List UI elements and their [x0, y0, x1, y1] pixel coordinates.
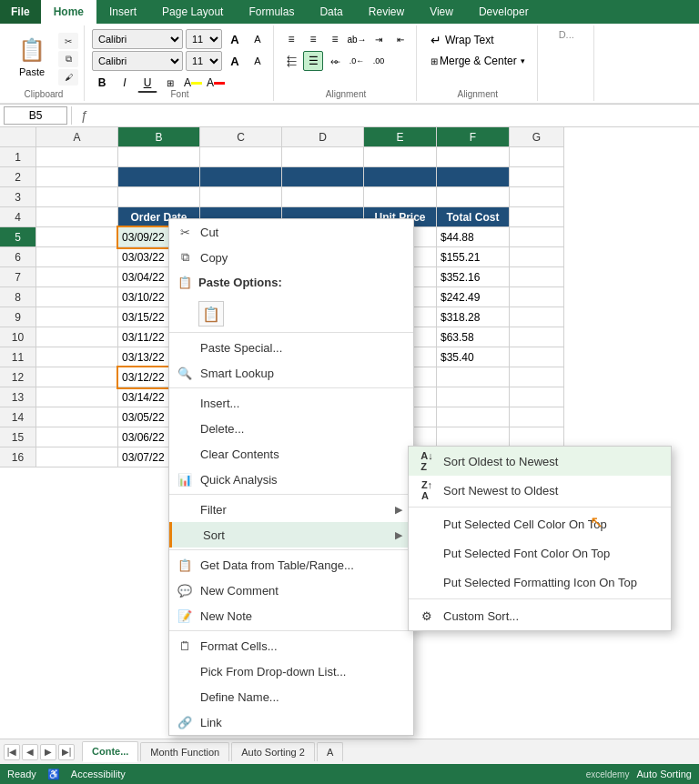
row-header-12[interactable]: 12	[0, 367, 36, 387]
cell-d2[interactable]	[282, 167, 364, 187]
col-header-d[interactable]: D	[282, 127, 364, 147]
cell-g8[interactable]	[510, 287, 564, 307]
font-name-select2[interactable]: Calibri	[92, 51, 183, 71]
font-name-select[interactable]: Calibri	[92, 29, 183, 49]
cell-f14[interactable]	[437, 407, 510, 427]
cell-g9[interactable]	[510, 307, 564, 327]
cell-f7[interactable]: $352.16	[437, 267, 510, 287]
cell-b3[interactable]	[118, 187, 200, 207]
context-cut[interactable]: ✂ Cut	[169, 219, 413, 245]
cell-a8[interactable]	[36, 287, 118, 307]
tab-view[interactable]: View	[417, 0, 466, 24]
col-header-g[interactable]: G	[510, 127, 564, 147]
tab-prev-btn[interactable]: ◀	[22, 744, 38, 760]
cell-g15[interactable]	[510, 427, 564, 447]
cell-a13[interactable]	[36, 387, 118, 407]
cell-d1[interactable]	[282, 147, 364, 167]
cell-f6[interactable]: $155.21	[437, 247, 510, 267]
increase-font-btn[interactable]: A	[225, 29, 245, 49]
cell-a10[interactable]	[36, 327, 118, 347]
row-header-16[interactable]: 16	[0, 447, 36, 467]
cell-g4[interactable]	[510, 207, 564, 227]
cell-f5[interactable]: $44.88	[437, 227, 510, 247]
decrease-font-btn2[interactable]: A	[248, 51, 268, 71]
context-new-comment[interactable]: 💬 New Comment	[169, 578, 413, 603]
font-size-select[interactable]: 11	[186, 29, 222, 49]
cell-a3[interactable]	[36, 187, 118, 207]
cell-b1[interactable]	[118, 147, 200, 167]
copy-button[interactable]: ⧉	[58, 51, 78, 67]
tab-page-layout[interactable]: Page Layout	[149, 0, 236, 24]
context-insert[interactable]: Insert...	[169, 390, 413, 416]
tab-next-btn[interactable]: ▶	[40, 744, 56, 760]
cell-a16[interactable]	[36, 447, 118, 467]
row-header-8[interactable]: 8	[0, 287, 36, 307]
tab-last-btn[interactable]: ▶|	[58, 744, 75, 760]
context-clear-contents[interactable]: Clear Contents	[169, 441, 413, 467]
text-direction-btn[interactable]: ab→	[347, 29, 367, 49]
cut-button[interactable]: ✂	[58, 33, 78, 49]
cell-a6[interactable]	[36, 247, 118, 267]
cell-g5[interactable]	[510, 227, 564, 247]
sort-formatting-icon[interactable]: Put Selected Formatting Icon On Top	[409, 568, 671, 597]
row-header-4[interactable]: 4	[0, 207, 36, 227]
col-header-f[interactable]: F	[437, 127, 510, 147]
cell-g6[interactable]	[510, 247, 564, 267]
sort-custom[interactable]: ⚙ Custom Sort...	[409, 601, 671, 630]
tab-file[interactable]: File	[0, 0, 41, 24]
context-quick-analysis[interactable]: 📊 Quick Analysis	[169, 467, 413, 492]
tab-formulas[interactable]: Formulas	[236, 0, 307, 24]
cell-f11[interactable]: $35.40	[437, 347, 510, 367]
cell-g1[interactable]	[510, 147, 564, 167]
col-header-c[interactable]: C	[200, 127, 282, 147]
cell-e2[interactable]	[364, 167, 437, 187]
row-header-5[interactable]: 5	[0, 227, 36, 247]
row-header-3[interactable]: 3	[0, 187, 36, 207]
formula-input[interactable]	[97, 107, 695, 124]
cell-g10[interactable]	[510, 327, 564, 347]
cell-b2[interactable]	[118, 167, 200, 187]
cell-f1[interactable]	[437, 147, 510, 167]
paste-option-btn-1[interactable]: 📋	[198, 301, 224, 327]
context-get-data[interactable]: 📋 Get Data from Table/Range...	[169, 552, 413, 578]
sheet-tab-month[interactable]: Month Function	[140, 742, 229, 761]
font-size-select2[interactable]: 11	[186, 51, 222, 71]
col-header-e[interactable]: E	[364, 127, 437, 147]
sheet-tab-conte[interactable]: Conte...	[82, 741, 138, 762]
sheet-tab-a[interactable]: A	[317, 742, 343, 761]
cell-a15[interactable]	[36, 427, 118, 447]
cell-f10[interactable]: $63.58	[437, 327, 510, 347]
cell-f3[interactable]	[437, 187, 510, 207]
increase-font-btn2[interactable]: A	[225, 51, 245, 71]
inc-decimal-btn[interactable]: .00	[369, 51, 389, 71]
cell-f9[interactable]: $318.28	[437, 307, 510, 327]
cell-a11[interactable]	[36, 347, 118, 367]
cell-f12[interactable]	[437, 367, 510, 387]
cell-a7[interactable]	[36, 267, 118, 287]
decrease-font-btn[interactable]: A	[248, 29, 268, 49]
context-link[interactable]: 🔗 Link	[169, 709, 413, 735]
col-header-b[interactable]: B	[118, 127, 200, 147]
context-filter[interactable]: Filter ▶	[169, 497, 413, 522]
cell-g3[interactable]	[510, 187, 564, 207]
col-header-a[interactable]: A	[36, 127, 118, 147]
paste-button[interactable]: 📋 Paste	[9, 29, 55, 82]
sort-cell-color[interactable]: Put Selected Cell Color On Top	[409, 509, 671, 538]
row-header-2[interactable]: 2	[0, 167, 36, 187]
cell-c1[interactable]	[200, 147, 282, 167]
align-middle-btn[interactable]: ≡	[303, 29, 323, 49]
wrap-text-button[interactable]: ↵ Wrap Text	[424, 29, 501, 51]
row-header-11[interactable]: 11	[0, 347, 36, 367]
cell-g2[interactable]	[510, 167, 564, 187]
cell-a4[interactable]	[36, 207, 118, 227]
tab-home[interactable]: Home	[41, 0, 96, 24]
cell-f4[interactable]: Total Cost	[437, 207, 510, 227]
sort-font-color[interactable]: Put Selected Font Color On Top	[409, 538, 671, 568]
cell-g12[interactable]	[510, 367, 564, 387]
row-header-9[interactable]: 9	[0, 307, 36, 327]
indent-more-btn[interactable]: ⇥	[369, 29, 389, 49]
tab-insert[interactable]: Insert	[96, 0, 149, 24]
context-copy[interactable]: ⧉ Copy	[169, 245, 413, 270]
align-bottom-btn[interactable]: ≡	[325, 29, 345, 49]
cell-f2[interactable]	[437, 167, 510, 187]
